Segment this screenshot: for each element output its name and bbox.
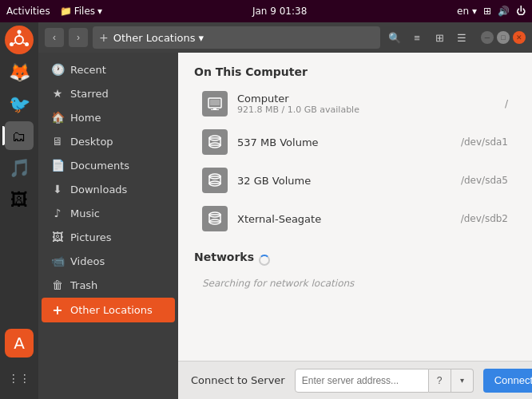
content-scroll: On This Computer Computer <box>178 53 532 361</box>
location-sda5[interactable]: 32 GB Volume /dev/sda5 <box>194 161 516 200</box>
connect-label: Connect to Server <box>191 374 285 386</box>
dock-grid-icon[interactable]: ⋮⋮ <box>5 364 34 393</box>
dock-photos[interactable]: 🖼 <box>5 185 34 214</box>
music-icon: ♪ <box>51 207 64 219</box>
dock-thunderbird[interactable]: 🐦 <box>5 89 34 118</box>
menu-button[interactable]: ☰ <box>452 28 471 47</box>
location-text: Other Locations <box>113 32 196 44</box>
sidebar-label-home: Home <box>70 112 101 124</box>
sidebar-item-pictures[interactable]: 🖼 Pictures <box>42 226 175 248</box>
sdb2-name: Xternal-Seagate <box>237 213 451 225</box>
location-sdb2[interactable]: Xternal-Seagate /dev/sdb2 <box>194 200 516 238</box>
svg-rect-11 <box>211 109 219 110</box>
search-button[interactable]: 🔍 <box>385 28 404 47</box>
files-menu-arrow: ▾ <box>97 6 102 17</box>
sidebar-item-downloads[interactable]: ⬇ Downloads <box>42 178 175 200</box>
trash-icon: 🗑 <box>51 279 64 291</box>
dropdown-icon: ▾ <box>460 376 464 385</box>
dock: 🦊 🐦 🗂 🎵 🖼 A ⋮⋮ <box>0 22 38 399</box>
window-controls: ─ □ ✕ <box>481 31 526 44</box>
home-icon: 🏠 <box>51 111 64 124</box>
sdb2-info: Xternal-Seagate <box>237 213 451 225</box>
location-bar: + Other Locations ▾ <box>93 26 380 49</box>
app-window: 🦊 🐦 🗂 🎵 🖼 A ⋮⋮ ‹ › + Ot <box>0 22 532 399</box>
sidebar-label-music: Music <box>70 207 100 219</box>
lang-selector[interactable]: en ▾ <box>457 6 477 17</box>
sda1-name: 537 MB Volume <box>237 136 451 148</box>
files-menu[interactable]: 📁 Files ▾ <box>60 6 102 17</box>
computer-size: 921.8 MB / 1.0 GB available <box>237 105 495 115</box>
sidebar-label-trash: Trash <box>70 279 97 291</box>
other-locations-icon: + <box>51 302 64 318</box>
svg-point-2 <box>18 30 22 34</box>
sidebar-item-documents[interactable]: 📄 Documents <box>42 154 175 176</box>
dock-rhythmbox[interactable]: 🎵 <box>5 153 34 182</box>
sidebar-label-documents: Documents <box>70 160 129 172</box>
bottom-bar: Connect to Server ? ▾ Connect <box>178 361 532 399</box>
sidebar-item-desktop[interactable]: 🖥 Desktop <box>42 130 175 152</box>
view-list-button[interactable]: ≡ <box>407 28 427 47</box>
view-grid-button[interactable]: ⊞ <box>430 28 449 47</box>
sda1-path: /dev/sda1 <box>461 136 508 148</box>
dock-appstore[interactable]: A <box>5 329 34 358</box>
forward-button[interactable]: › <box>69 28 88 47</box>
input-help-button[interactable]: ? <box>429 369 451 393</box>
title-bar-actions: 🔍 ≡ ⊞ ☰ <box>385 28 471 47</box>
svg-line-6 <box>23 43 25 44</box>
volume-icon[interactable]: 🔊 <box>498 6 510 17</box>
power-icon[interactable]: ⏻ <box>516 6 526 17</box>
location-dropdown[interactable]: Other Locations ▾ <box>113 32 204 44</box>
sidebar: 🕐 Recent ★ Starred 🏠 Home 🖥 Desktop 📄 <box>38 53 178 399</box>
network-spinner <box>259 255 270 266</box>
computer-drive-icon <box>202 91 228 117</box>
svg-line-7 <box>14 43 15 44</box>
files-menu-label: Files <box>74 6 95 17</box>
sidebar-item-starred[interactable]: ★ Starred <box>42 82 175 105</box>
main-area: 🕐 Recent ★ Starred 🏠 Home 🖥 Desktop 📄 <box>38 53 532 399</box>
sidebar-item-home[interactable]: 🏠 Home <box>42 106 175 128</box>
dock-firefox[interactable]: 🦊 <box>5 57 34 86</box>
close-button[interactable]: ✕ <box>513 31 526 44</box>
networks-title: Networks <box>194 251 254 263</box>
location-arrow: ▾ <box>199 32 204 44</box>
sidebar-item-music[interactable]: ♪ Music <box>42 202 175 224</box>
starred-icon: ★ <box>51 87 64 100</box>
minimize-button[interactable]: ─ <box>481 31 494 44</box>
sda5-drive-icon <box>202 168 228 193</box>
networks-section: Networks Searching for network locations <box>194 251 516 292</box>
downloads-icon: ⬇ <box>51 183 64 196</box>
sidebar-item-recent[interactable]: 🕐 Recent <box>42 58 175 81</box>
sda1-info: 537 MB Volume <box>237 136 451 148</box>
connect-button[interactable]: Connect <box>483 369 532 393</box>
sidebar-item-videos[interactable]: 📹 Videos <box>42 250 175 272</box>
datetime-label: Jan 9 01:38 <box>252 6 307 17</box>
sda5-info: 32 GB Volume <box>237 175 451 187</box>
sidebar-label-recent: Recent <box>70 64 106 76</box>
searching-text: Searching for network locations <box>194 275 516 292</box>
sidebar-label-other-locations: Other Locations <box>70 304 153 316</box>
sidebar-label-pictures: Pictures <box>70 231 111 243</box>
svg-point-3 <box>25 42 29 46</box>
sidebar-item-trash[interactable]: 🗑 Trash <box>42 274 175 296</box>
dock-ubuntu[interactable] <box>5 26 34 54</box>
activities-button[interactable]: Activities <box>6 6 50 17</box>
sidebar-label-desktop: Desktop <box>70 136 113 148</box>
sda5-path: /dev/sda5 <box>461 175 508 186</box>
svg-point-4 <box>10 42 14 46</box>
input-dropdown-button[interactable]: ▾ <box>451 369 474 393</box>
dock-files[interactable]: 🗂 <box>5 121 34 150</box>
server-address-input[interactable] <box>295 369 429 393</box>
help-icon: ? <box>437 375 443 386</box>
documents-icon: 📄 <box>51 159 64 172</box>
svg-rect-9 <box>210 100 220 105</box>
back-button[interactable]: ‹ <box>45 28 64 47</box>
maximize-button[interactable]: □ <box>497 31 510 44</box>
top-bar: Activities 📁 Files ▾ Jan 9 01:38 en ▾ ⊞ … <box>0 0 532 22</box>
title-bar: ‹ › + Other Locations ▾ 🔍 ≡ ⊞ ☰ ─ □ ✕ <box>38 22 532 53</box>
sidebar-item-other-locations[interactable]: + Other Locations <box>42 298 175 322</box>
computer-name: Computer <box>237 93 495 105</box>
sidebar-label-downloads: Downloads <box>70 184 127 196</box>
location-computer[interactable]: Computer 921.8 MB / 1.0 GB available / <box>194 85 516 123</box>
top-bar-left: Activities 📁 Files ▾ <box>6 6 102 17</box>
location-sda1[interactable]: 537 MB Volume /dev/sda1 <box>194 123 516 161</box>
